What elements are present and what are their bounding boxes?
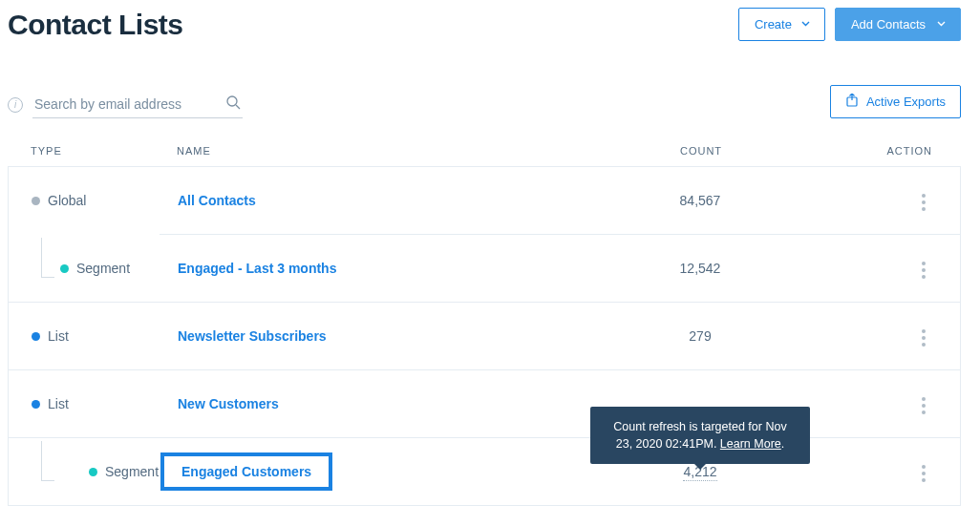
svg-point-0	[227, 96, 237, 106]
column-type: TYPE	[19, 145, 177, 157]
list-name-link[interactable]: Newsletter Subscribers	[178, 328, 327, 344]
action-cell	[834, 252, 948, 284]
count-cell: 84,567	[566, 193, 834, 208]
name-cell: Engaged - Last 3 months	[178, 260, 566, 277]
type-dot-global	[32, 197, 40, 205]
count-cell: 12,542	[566, 261, 834, 276]
table-header: TYPE NAME COUNT ACTION	[8, 145, 961, 166]
type-label: List	[48, 328, 69, 344]
name-cell: New Customers	[178, 395, 566, 412]
export-icon	[845, 94, 859, 110]
page-header: Contact Lists Create Add Contacts	[8, 8, 961, 53]
chevron-down-icon	[937, 21, 945, 29]
type-dot-list	[32, 332, 40, 341]
active-exports-button[interactable]: Active Exports	[830, 85, 961, 118]
type-label: List	[48, 396, 69, 411]
tree-connector	[41, 238, 54, 278]
chevron-down-icon	[801, 21, 809, 29]
action-cell	[834, 388, 948, 420]
type-dot-segment	[89, 468, 97, 476]
header-actions: Create Add Contacts	[738, 8, 961, 41]
search-input[interactable]	[32, 91, 243, 118]
row-actions-menu[interactable]	[916, 324, 931, 352]
tooltip-learn-more-link[interactable]: Learn More	[720, 437, 781, 451]
column-count: COUNT	[567, 145, 835, 157]
type-cell: List	[20, 396, 178, 411]
list-name-link[interactable]: New Customers	[178, 396, 279, 411]
action-cell	[834, 184, 948, 217]
list-name-link[interactable]: All Contacts	[178, 193, 256, 208]
type-cell: Global	[20, 193, 178, 208]
active-exports-label: Active Exports	[866, 95, 946, 109]
column-name: NAME	[177, 145, 567, 157]
column-action: ACTION	[835, 145, 949, 157]
name-cell: Engaged Customers	[178, 460, 566, 483]
table-row: Global All Contacts 84,567	[9, 166, 960, 234]
name-cell: Newsletter Subscribers	[178, 327, 566, 345]
add-contacts-button[interactable]: Add Contacts	[835, 8, 961, 41]
count-cell: Count refresh is targeted for Nov 23, 20…	[566, 464, 834, 479]
type-cell: List	[20, 328, 178, 344]
table-row: List New Customers	[9, 369, 960, 437]
count-tooltip: Count refresh is targeted for Nov 23, 20…	[590, 407, 810, 464]
info-icon[interactable]: i	[8, 97, 23, 113]
row-actions-menu[interactable]	[916, 188, 931, 217]
search-icon[interactable]	[225, 95, 241, 113]
action-cell	[834, 320, 948, 352]
table-row: Segment Engaged Customers Count refresh …	[9, 437, 960, 505]
list-name-link[interactable]: Engaged - Last 3 months	[178, 261, 336, 276]
list-name-link[interactable]: Engaged Customers	[160, 452, 332, 491]
type-label: Global	[48, 193, 86, 208]
table-row: Segment Engaged - Last 3 months 12,542	[160, 234, 960, 302]
contacts-table: Global All Contacts 84,567 Segment Engag…	[8, 166, 961, 506]
table-row: List Newsletter Subscribers 279	[9, 302, 960, 369]
count-cell: 279	[566, 328, 834, 344]
svg-line-1	[236, 105, 240, 109]
row-actions-menu[interactable]	[916, 391, 931, 420]
page-title: Contact Lists	[8, 9, 183, 41]
type-dot-segment	[60, 264, 69, 273]
search-area: i	[8, 91, 243, 118]
tooltip-suffix: .	[781, 437, 784, 451]
tree-connector	[41, 441, 54, 481]
type-label: Segment	[105, 464, 159, 479]
name-cell: All Contacts	[178, 192, 566, 209]
create-button[interactable]: Create	[738, 8, 825, 41]
type-dot-list	[32, 400, 40, 409]
row-actions-menu[interactable]	[916, 256, 931, 284]
add-contacts-label: Add Contacts	[851, 17, 926, 32]
type-label: Segment	[76, 261, 130, 276]
subheader: i Active Exports	[8, 85, 961, 118]
action-cell	[834, 455, 948, 488]
create-label: Create	[755, 17, 792, 32]
row-actions-menu[interactable]	[916, 459, 931, 488]
